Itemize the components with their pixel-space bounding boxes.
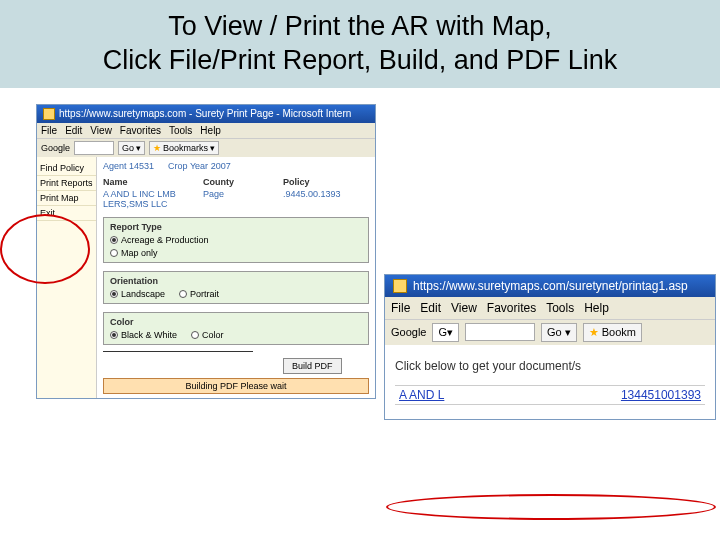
radio-icon <box>110 249 118 257</box>
menu-favorites[interactable]: Favorites <box>487 301 536 315</box>
build-pdf-button[interactable]: Build PDF <box>283 358 342 374</box>
report-type-title: Report Type <box>110 222 362 232</box>
status-building: Building PDF Please wait <box>103 378 369 394</box>
cell-county: Page <box>203 189 283 209</box>
radio-icon <box>110 331 118 339</box>
report-type-section: Report Type Acreage & Production Map onl… <box>103 217 369 263</box>
opt-map-only[interactable]: Map only <box>110 248 158 258</box>
annotation-oval-link <box>386 494 716 520</box>
sidebar: Find Policy Print Reports Print Map Exit <box>37 157 97 398</box>
bookmarks-button[interactable]: ★Bookmarks▾ <box>149 141 219 155</box>
slide-title-bar: To View / Print the AR with Map, Click F… <box>0 0 720 88</box>
col-name: Name <box>103 175 203 189</box>
bookmarks-button[interactable]: ★Bookm <box>583 323 642 342</box>
pdf-link-name: A AND L <box>399 388 444 402</box>
menu-file[interactable]: File <box>391 301 410 315</box>
window-title: https://www.suretymaps.com - Surety Prin… <box>59 108 351 119</box>
search-input[interactable] <box>74 141 114 155</box>
opt-portrait[interactable]: Portrait <box>179 289 219 299</box>
color-section: Color Black & White Color <box>103 312 369 345</box>
crop-year-label: Crop Year 2007 <box>168 161 231 171</box>
menu-help[interactable]: Help <box>584 301 609 315</box>
ie-icon <box>393 279 407 293</box>
instruction-text: Click below to get your document/s <box>395 359 705 373</box>
agent-label: Agent 14531 <box>103 161 154 171</box>
search-input[interactable] <box>465 323 535 341</box>
orientation-title: Orientation <box>110 276 362 286</box>
opt-acreage-production[interactable]: Acreage & Production <box>110 235 209 245</box>
divider <box>103 351 253 352</box>
google-toolbar: Google Go ▾ ★Bookmarks▾ <box>37 138 375 157</box>
google-toolbar: Google G▾ Go ▾ ★Bookm <box>385 319 715 345</box>
title-line1: To View / Print the AR with Map, <box>168 11 552 41</box>
google-search-dropdown[interactable]: G▾ <box>432 323 459 342</box>
main-panel: Agent 14531 Crop Year 2007 Name County P… <box>97 157 375 398</box>
menu-favorites[interactable]: Favorites <box>120 125 161 136</box>
window-titlebar: https://www.suretymaps.com/suretynet/pri… <box>385 275 715 297</box>
menu-view[interactable]: View <box>90 125 112 136</box>
menu-tools[interactable]: Tools <box>169 125 192 136</box>
radio-icon <box>191 331 199 339</box>
sidebar-exit[interactable]: Exit <box>37 206 96 221</box>
window-titlebar: https://www.suretymaps.com - Surety Prin… <box>37 105 375 123</box>
ie-icon <box>43 108 55 120</box>
col-county: County <box>203 175 283 189</box>
menu-view[interactable]: View <box>451 301 477 315</box>
go-button[interactable]: Go ▾ <box>541 323 577 342</box>
radio-icon <box>110 290 118 298</box>
opt-bw[interactable]: Black & White <box>110 330 177 340</box>
star-icon: ★ <box>589 326 599 339</box>
cell-name: A AND L INC LMB LERS,SMS LLC <box>103 189 203 209</box>
radio-icon <box>110 236 118 244</box>
pdf-link-code: 134451001393 <box>621 388 701 402</box>
opt-color[interactable]: Color <box>191 330 224 340</box>
sidebar-find-policy[interactable]: Find Policy <box>37 161 96 176</box>
google-label: Google <box>41 143 70 153</box>
title-line2: Click File/Print Report, Build, and PDF … <box>103 45 618 75</box>
slide-heading: To View / Print the AR with Map, Click F… <box>14 10 706 78</box>
menu-tools[interactable]: Tools <box>546 301 574 315</box>
menubar: File Edit View Favorites Tools Help <box>37 123 375 138</box>
opt-landscape[interactable]: Landscape <box>110 289 165 299</box>
table-row[interactable]: A AND L INC LMB LERS,SMS LLC Page .9445.… <box>103 189 369 209</box>
browser-window-left: https://www.suretymaps.com - Surety Prin… <box>36 104 376 399</box>
cell-policy: .9445.00.1393 <box>283 189 353 209</box>
pdf-link-row[interactable]: A AND L 134451001393 <box>395 385 705 405</box>
radio-icon <box>179 290 187 298</box>
google-label: Google <box>391 326 426 338</box>
menu-edit[interactable]: Edit <box>420 301 441 315</box>
go-button[interactable]: Go ▾ <box>118 141 145 155</box>
star-icon: ★ <box>153 143 161 153</box>
col-policy: Policy <box>283 175 353 189</box>
menu-file[interactable]: File <box>41 125 57 136</box>
color-title: Color <box>110 317 362 327</box>
sidebar-print-map[interactable]: Print Map <box>37 191 96 206</box>
menu-edit[interactable]: Edit <box>65 125 82 136</box>
browser-window-right: https://www.suretymaps.com/suretynet/pri… <box>384 274 716 420</box>
sidebar-print-reports[interactable]: Print Reports <box>37 176 96 191</box>
orientation-section: Orientation Landscape Portrait <box>103 271 369 304</box>
menu-help[interactable]: Help <box>200 125 221 136</box>
window-title: https://www.suretymaps.com/suretynet/pri… <box>413 279 688 293</box>
menubar: File Edit View Favorites Tools Help <box>385 297 715 319</box>
